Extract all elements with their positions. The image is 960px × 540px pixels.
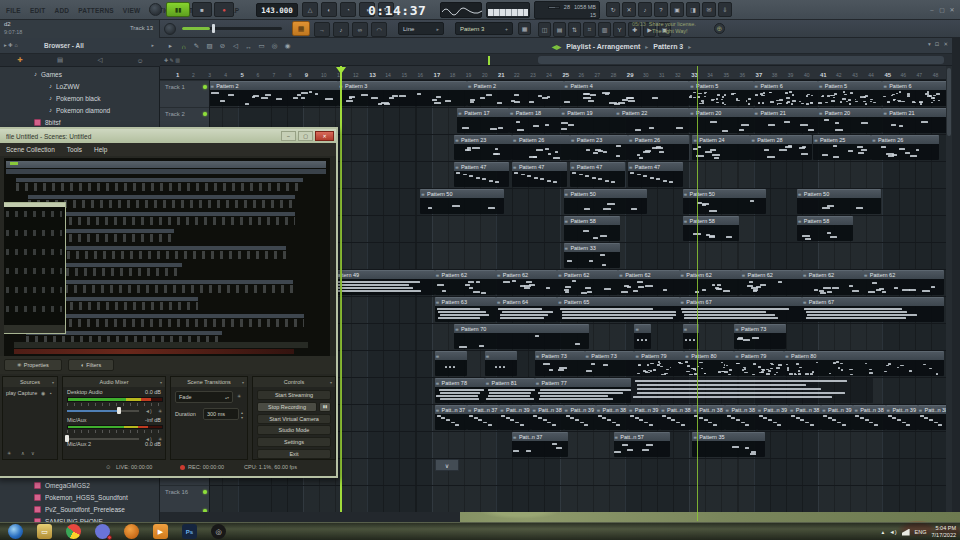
clip-menu-icon[interactable]: ≣	[565, 408, 569, 413]
playlist-hscrollbar[interactable]: ✚ ✎ ▥	[160, 54, 952, 66]
clip-menu-icon[interactable]: ≣	[629, 165, 633, 170]
clip-menu-icon[interactable]: ≣	[586, 354, 590, 359]
clip-menu-icon[interactable]: ≣	[497, 300, 501, 305]
clip-menu-icon[interactable]: ≣	[814, 138, 818, 143]
menu-file[interactable]: FILE	[6, 7, 21, 14]
pattern-clip[interactable]: ≣Pattern 5	[689, 81, 753, 106]
clip-menu-icon[interactable]: ≣	[755, 111, 759, 116]
mic-icon[interactable]: ♪	[638, 2, 652, 17]
pattern-clip[interactable]: ≣Pattern 80	[684, 351, 734, 376]
clip-menu-icon[interactable]: ≣	[561, 111, 565, 116]
clip-menu-icon[interactable]: ≣	[819, 84, 823, 89]
browser-item[interactable]: ♪Pokemon diamond	[49, 104, 110, 116]
clip-menu-icon[interactable]: ≣	[436, 408, 440, 413]
clip-menu-icon[interactable]: ≣	[785, 354, 789, 359]
pattern-clip[interactable]: ≣Patt..n 38	[918, 405, 946, 430]
clip-menu-icon[interactable]: ≣	[684, 192, 688, 197]
detach-icon[interactable]: ▾	[928, 41, 931, 47]
pattern-clip[interactable]	[631, 378, 873, 403]
mute-tool-icon[interactable]: ◁	[229, 42, 242, 50]
track-label[interactable]: Track 1	[165, 84, 185, 90]
taskbar-icon-fl-studio[interactable]	[124, 524, 139, 539]
pattern-clip[interactable]: ≣Patt..n 39	[886, 405, 918, 430]
clip-menu-icon[interactable]: ≣	[565, 192, 569, 197]
network-icon[interactable]	[902, 529, 910, 536]
settings-button[interactable]: Settings	[257, 437, 331, 447]
pattern-clip[interactable]: ≣Pattern 62	[863, 270, 944, 295]
pattern-clip[interactable]: ≣Pattern 62	[435, 270, 496, 295]
clip-menu-icon[interactable]: ≣	[798, 219, 802, 224]
taskbar-icon-photoshop[interactable]: Ps	[182, 524, 197, 539]
pattern-clip[interactable]: ≣Pattern 24	[692, 135, 750, 160]
clip-menu-icon[interactable]: ≣	[210, 84, 214, 89]
note-icon[interactable]: ♪	[333, 22, 349, 37]
clip-menu-icon[interactable]: ≣	[536, 381, 540, 386]
eye-icon[interactable]: ◉	[41, 390, 45, 396]
main-volume-knob[interactable]	[149, 3, 162, 16]
clip-menu-icon[interactable]: ≣	[822, 408, 826, 413]
pattern-clip[interactable]: ≣Pattern 80	[784, 351, 943, 376]
pitch-knob[interactable]	[164, 23, 176, 35]
speaker-icon[interactable]: ◄)	[145, 408, 152, 414]
browser-item[interactable]: ♪Games	[34, 68, 62, 80]
clip-menu-icon[interactable]: ≣	[685, 354, 689, 359]
pattern-clip[interactable]: ≣Patt..n 39	[821, 405, 853, 430]
clip-menu-icon[interactable]: ≣	[436, 300, 440, 305]
move-down-icon[interactable]: ∨	[31, 450, 35, 456]
pattern-clip[interactable]: ≣Pattern 47	[512, 162, 567, 187]
taskbar-icon-chrome[interactable]	[66, 524, 81, 539]
clip-menu-icon[interactable]: ≣	[629, 408, 633, 413]
pattern-clip[interactable]: ≣Pattern 63	[435, 297, 496, 322]
obs-menu-scene-collection[interactable]: Scene Collection	[6, 146, 55, 153]
typing-keyboard-button[interactable]: ▦	[292, 21, 310, 36]
download-icon[interactable]: ⇩	[718, 2, 732, 17]
pattern-clip[interactable]: ≣Pattern 50	[564, 189, 648, 214]
transition-select[interactable]: Fade▴▾	[175, 391, 233, 403]
sync-icon[interactable]: ↻	[606, 2, 620, 17]
browser-tab-files[interactable]: ▤	[40, 54, 80, 66]
pattern-clip[interactable]: ≣Patt..n 57	[614, 432, 670, 457]
start-virtual-camera-button[interactable]: Start Virtual Camera	[257, 414, 331, 424]
clip-menu-icon[interactable]: ≣	[500, 408, 504, 413]
move-up-icon[interactable]: ∧	[21, 450, 25, 456]
hat-icon[interactable]: ◠	[371, 22, 387, 37]
clip-menu-icon[interactable]: ≣	[616, 111, 620, 116]
duration-spinner[interactable]: ▴▾	[241, 410, 243, 420]
pattern-clip[interactable]: ≣Patt..n 39	[499, 405, 531, 430]
automation-clip[interactable]: ∨	[435, 459, 459, 471]
clip-menu-icon[interactable]: ≣	[486, 354, 490, 359]
clip-menu-icon[interactable]: ≣	[497, 273, 501, 278]
pattern-clip[interactable]: ≣Pattern 4	[564, 81, 690, 106]
play-button[interactable]: ▮▮	[166, 2, 190, 17]
speaker-icon[interactable]: ◄)	[889, 529, 896, 535]
clip-menu-icon[interactable]: ≣	[565, 84, 569, 89]
close-icon[interactable]: ✕	[948, 5, 956, 14]
clip-menu-icon[interactable]: ≣	[798, 192, 802, 197]
clip-menu-icon[interactable]: ≣	[872, 138, 876, 143]
pattern-clip[interactable]: ≣Patt..n 38	[531, 405, 563, 430]
delete-tool-icon[interactable]: ⊘	[216, 42, 229, 50]
pattern-clip[interactable]: ≣Patt..n 39	[564, 405, 596, 430]
mixer-icon[interactable]: ⇅	[568, 22, 581, 37]
source-item[interactable]: play Capture	[6, 390, 37, 396]
pattern-clip[interactable]: ≣	[485, 351, 517, 376]
obs-close-icon[interactable]: ✕	[315, 131, 334, 141]
preview-tool-icon[interactable]: ◉	[281, 42, 294, 50]
pattern-clip[interactable]: ≣Patt..n 37	[512, 432, 568, 457]
pattern-clip[interactable]: ≣Patt..n 38	[789, 405, 821, 430]
clip-menu-icon[interactable]: ≣	[468, 84, 472, 89]
pattern-clip[interactable]: ≣Pattern 47	[628, 162, 683, 187]
arrow-icon[interactable]: →	[314, 22, 330, 37]
pattern-clip[interactable]: ≣Pattern 35	[692, 432, 764, 457]
obs-menu-help[interactable]: Help	[94, 146, 107, 153]
pattern-clip[interactable]: ≣Pattern 20	[818, 108, 882, 133]
pattern-clip[interactable]: ≣Pattern 62	[680, 270, 741, 295]
clip-menu-icon[interactable]: ≣	[819, 111, 823, 116]
menu-patterns[interactable]: PATTERNS	[78, 7, 114, 14]
exit-button[interactable]: Exit	[257, 449, 331, 459]
taskbar-icon-start[interactable]	[8, 524, 23, 539]
clip-menu-icon[interactable]: ≣	[571, 165, 575, 170]
pattern-clip[interactable]: ≣Patt..n 38	[853, 405, 885, 430]
clip-menu-icon[interactable]: ≣	[458, 111, 462, 116]
slip-tool-icon[interactable]: ↔	[242, 43, 255, 50]
